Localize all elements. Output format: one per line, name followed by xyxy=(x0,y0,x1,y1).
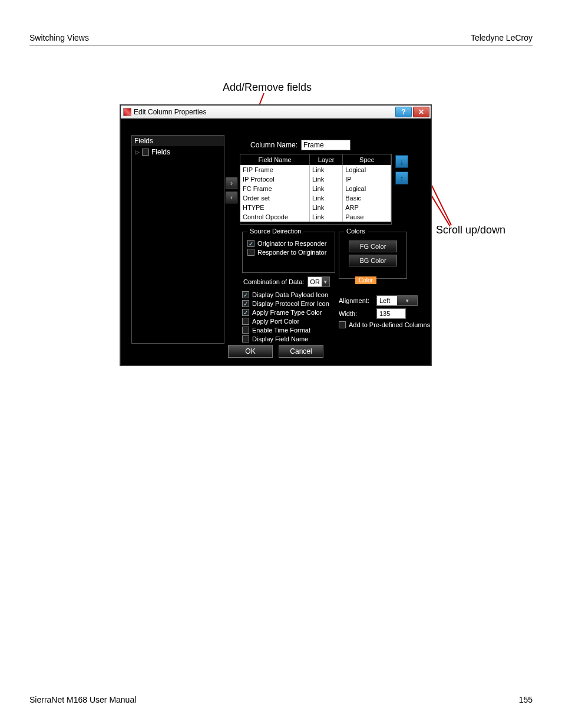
ok-button[interactable]: OK xyxy=(228,345,273,358)
table-header-row: Field Name Layer Spec xyxy=(240,154,391,165)
scroll-down-button[interactable]: ↓ xyxy=(395,155,408,168)
resp-to-orig-checkbox[interactable] xyxy=(247,249,254,256)
fields-tree-panel: Fields ▷ Fields xyxy=(131,135,224,344)
page-footer: SierraNet M168 User Manual 155 xyxy=(29,695,533,704)
opt-port-color[interactable]: Apply Port Color xyxy=(242,318,336,325)
cell-spec: Logical xyxy=(343,165,391,174)
width-value: 135 xyxy=(379,310,390,317)
cancel-button[interactable]: Cancel xyxy=(279,345,323,358)
alignment-select[interactable]: Left ▾ xyxy=(376,295,418,306)
table-row[interactable]: IP Protocol Link IP xyxy=(240,174,391,184)
fields-tree-header: Fields xyxy=(132,136,224,146)
footer-right: 155 xyxy=(519,695,533,704)
cell-layer: Link xyxy=(310,193,343,203)
header-right: Teledyne LeCroy xyxy=(471,33,533,42)
cell-spec: Pause xyxy=(343,212,391,222)
cell-field-name: IP Protocol xyxy=(240,174,310,184)
opt-time-format-checkbox[interactable] xyxy=(242,327,249,334)
cell-field-name: HTYPE xyxy=(240,203,310,212)
opt-frame-type-color[interactable]: Apply Frame Type Color xyxy=(242,309,336,316)
callout-add-remove: Add/Remove fields xyxy=(223,81,312,94)
tree-expand-icon[interactable]: ▷ xyxy=(135,149,140,155)
fields-table: Field Name Layer Spec FIP Frame Link Log… xyxy=(240,154,392,225)
chevron-down-icon: ▾ xyxy=(397,296,417,305)
opt-protocol-error[interactable]: Display Protocol Error Icon xyxy=(242,300,336,307)
opt-payload-icon-checkbox[interactable] xyxy=(242,291,249,298)
cell-spec: ARP xyxy=(343,203,391,212)
cell-field-name: FIP Frame xyxy=(240,165,310,174)
dialog-title: Edit Column Properties xyxy=(134,108,206,116)
cell-spec: Logical xyxy=(343,184,391,193)
combination-select[interactable]: OR ▾ xyxy=(308,276,330,287)
combination-label: Combination of Data: xyxy=(243,278,304,285)
opt-payload-icon[interactable]: Display Data Payload Icon xyxy=(242,291,336,298)
opt-frame-type-color-label: Apply Frame Type Color xyxy=(252,309,322,316)
opt-field-name-checkbox[interactable] xyxy=(242,335,249,342)
th-layer[interactable]: Layer xyxy=(310,154,343,165)
scroll-up-button[interactable]: ↑ xyxy=(395,172,408,185)
predef-label: Add to Pre-defined Columns xyxy=(349,321,430,328)
th-spec[interactable]: Spec xyxy=(343,154,391,165)
opt-field-name[interactable]: Display Field Name xyxy=(242,335,336,342)
combination-row: Combination of Data: OR ▾ xyxy=(243,276,330,287)
cell-layer: Link xyxy=(310,212,343,222)
opt-protocol-error-checkbox[interactable] xyxy=(242,300,249,307)
predef-checkbox[interactable] xyxy=(339,321,346,328)
cell-field-name: Order set xyxy=(240,193,310,203)
opt-time-format-label: Enable Time Format xyxy=(252,327,310,334)
predef-row[interactable]: Add to Pre-defined Columns xyxy=(339,321,433,328)
orig-to-resp-row[interactable]: Originator to Responder xyxy=(247,240,330,247)
fields-tree-item[interactable]: ▷ Fields xyxy=(132,146,224,158)
colors-group: Colors FG Color BG Color xyxy=(339,232,407,279)
column-name-label: Column Name: xyxy=(250,141,297,149)
color-swatch-label: Color xyxy=(355,276,376,284)
opt-protocol-error-label: Display Protocol Error Icon xyxy=(252,300,329,307)
opt-payload-icon-label: Display Data Payload Icon xyxy=(252,291,328,298)
column-name-row: Column Name: xyxy=(250,140,351,150)
dialog-body: Fields ▷ Fields Column Name: › ‹ Field N… xyxy=(121,118,431,365)
orig-to-resp-checkbox[interactable] xyxy=(247,240,254,247)
cell-layer: Link xyxy=(310,165,343,174)
fields-tree-checkbox[interactable] xyxy=(142,149,149,156)
fields-tree-label: Fields xyxy=(151,148,170,156)
bg-color-button[interactable]: BG Color xyxy=(349,255,397,266)
alignment-row: Alignment: Left ▾ xyxy=(339,295,433,306)
cell-layer: Link xyxy=(310,184,343,193)
close-button[interactable]: ✕ xyxy=(413,107,429,117)
width-label: Width: xyxy=(339,310,373,317)
table-row[interactable]: HTYPE Link ARP xyxy=(240,203,391,212)
resp-to-orig-row[interactable]: Responder to Originator xyxy=(247,249,330,256)
cell-layer: Link xyxy=(310,203,343,212)
add-field-button[interactable]: › xyxy=(226,177,237,189)
footer-left: SierraNet M168 User Manual xyxy=(29,695,136,704)
fg-color-button[interactable]: FG Color xyxy=(349,241,397,252)
source-direction-legend: Source Deirection xyxy=(247,228,303,235)
th-field-name[interactable]: Field Name xyxy=(240,154,310,165)
opt-frame-type-color-checkbox[interactable] xyxy=(242,309,249,316)
cell-field-name: FC Frame xyxy=(240,184,310,193)
dialog-buttons: OK Cancel xyxy=(121,345,431,358)
titlebar: Edit Column Properties ? ✕ xyxy=(121,106,431,118)
help-button[interactable]: ? xyxy=(395,107,412,117)
callout-scroll: Scroll up/down xyxy=(436,224,505,236)
table-row[interactable]: FIP Frame Link Logical xyxy=(240,165,391,174)
remove-field-button[interactable]: ‹ xyxy=(226,192,237,203)
table-row[interactable]: Control Opcode Link Pause xyxy=(240,212,391,222)
opt-time-format[interactable]: Enable Time Format xyxy=(242,327,336,334)
header-left: Switching Views xyxy=(29,33,89,42)
table-row[interactable]: FC Frame Link Logical xyxy=(240,184,391,193)
width-input[interactable]: 135 xyxy=(376,308,406,319)
width-row: Width: 135 xyxy=(339,308,433,319)
table-row[interactable]: Order set Link Basic xyxy=(240,193,391,203)
cell-spec: IP xyxy=(343,174,391,184)
column-name-input[interactable] xyxy=(301,140,351,150)
alignment-label: Alignment: xyxy=(339,297,373,304)
layout-options: Alignment: Left ▾ Width: 135 Add to Pre-… xyxy=(339,293,433,330)
opt-port-color-checkbox[interactable] xyxy=(242,318,249,325)
cell-field-name: Control Opcode xyxy=(240,212,310,222)
source-direction-group: Source Deirection Originator to Responde… xyxy=(242,232,335,273)
display-options: Display Data Payload Icon Display Protoc… xyxy=(242,289,336,344)
colors-legend: Colors xyxy=(344,228,368,235)
combination-value: OR xyxy=(308,278,322,285)
cell-layer: Link xyxy=(310,174,343,184)
